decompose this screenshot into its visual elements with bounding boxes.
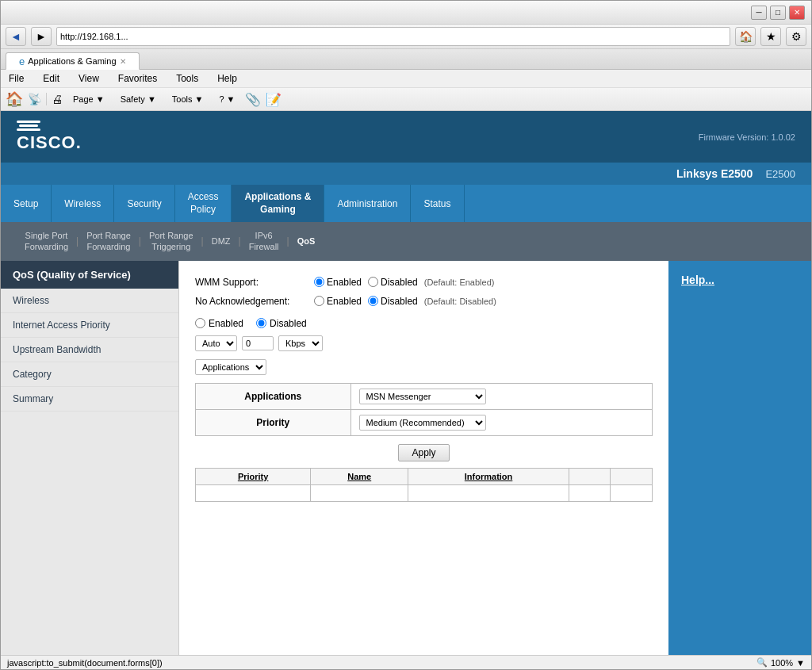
no-ack-disabled-option[interactable]: Disabled xyxy=(368,296,418,307)
apps-table-row-1: Applications MSN Messenger xyxy=(196,383,653,409)
favorites-button[interactable]: ★ xyxy=(760,27,781,46)
priority-dropdown[interactable]: Medium (Recommended) xyxy=(359,415,486,431)
apply-button[interactable]: Apply xyxy=(398,444,449,461)
bandwidth-unit-select[interactable]: Kbps xyxy=(278,335,323,351)
close-button[interactable]: ✕ xyxy=(789,6,805,20)
sidebar-item-summary[interactable]: Summary xyxy=(1,387,178,412)
addon-icon-2[interactable]: 📝 xyxy=(266,92,282,107)
bandwidth-auto-select[interactable]: Auto xyxy=(195,335,237,351)
summary-col-information: Information xyxy=(408,468,569,484)
tab-wireless[interactable]: Wireless xyxy=(52,185,114,222)
tab-qos[interactable]: e Applications & Gaming ✕ xyxy=(6,52,140,70)
wmm-default-text: (Default: Enabled) xyxy=(424,278,495,287)
sidebar-item-internet-access[interactable]: Internet Access Priority xyxy=(1,313,178,338)
addon-icon-1[interactable]: 📎 xyxy=(245,92,261,107)
sub-nav-single-port[interactable]: Single PortForwarding xyxy=(17,227,76,256)
bandwidth-value-input[interactable] xyxy=(242,336,274,350)
apps-value-cell: MSN Messenger xyxy=(350,383,652,409)
address-bar[interactable] xyxy=(56,27,730,46)
priority-enabled-label: Enabled xyxy=(209,318,243,329)
cisco-logo-text: CISCO. xyxy=(17,132,82,153)
restore-button[interactable]: □ xyxy=(770,6,786,20)
category-row: Applications xyxy=(195,359,653,375)
tab-status[interactable]: Status xyxy=(411,185,464,222)
main-layout: QoS (Quality of Service) Wireless Intern… xyxy=(1,261,811,655)
summary-cell-3 xyxy=(408,484,569,501)
forward-button[interactable]: ► xyxy=(31,27,52,46)
tab-security[interactable]: Security xyxy=(114,185,174,222)
sidebar-item-upstream[interactable]: Upstream Bandwidth xyxy=(1,338,178,362)
tab-setup[interactable]: Setup xyxy=(1,185,52,222)
menu-help[interactable]: Help xyxy=(214,71,240,86)
cisco-logo: CISCO. xyxy=(17,121,82,153)
sub-nav-port-triggering[interactable]: Port RangeTriggering xyxy=(141,227,201,256)
home-button[interactable]: 🏠 xyxy=(735,27,756,46)
tab-bar: e Applications & Gaming ✕ xyxy=(1,49,811,70)
menu-edit[interactable]: Edit xyxy=(40,71,63,86)
apps-table-row-2: Priority Medium (Recommended) xyxy=(196,409,653,435)
home-icon[interactable]: 🏠 xyxy=(6,90,23,108)
sub-nav: Single PortForwarding | Port RangeForwar… xyxy=(1,222,811,261)
sidebar-section-title: QoS (Quality of Service) xyxy=(1,261,178,289)
no-ack-enabled-radio[interactable] xyxy=(314,296,324,306)
summary-col-extra2 xyxy=(611,468,653,484)
zoom-level: 100% xyxy=(771,658,793,668)
priority-disabled-option[interactable]: Disabled xyxy=(256,318,307,329)
settings-button[interactable]: ⚙ xyxy=(786,27,806,46)
help-panel: Help... xyxy=(668,261,811,655)
sidebar-item-wireless[interactable]: Wireless xyxy=(1,289,178,313)
wmm-enabled-option[interactable]: Enabled xyxy=(314,277,362,288)
tab-access-policy[interactable]: AccessPolicy xyxy=(175,185,232,222)
summary-table: Priority Name Information xyxy=(195,468,653,502)
help-link[interactable]: Help... xyxy=(681,274,714,286)
menu-view[interactable]: View xyxy=(75,71,102,86)
sidebar-item-category[interactable]: Category xyxy=(1,362,178,387)
rss-icon[interactable]: 📡 xyxy=(28,93,41,105)
wmm-radio-group: Enabled Disabled (Default: Enabled) xyxy=(314,277,494,288)
menu-bar: File Edit View Favorites Tools Help xyxy=(1,70,811,88)
ie-toolbar: 🏠 📡 🖨 Page ▼ Safety ▼ Tools ▼ ? ▼ 📎 📝 xyxy=(1,88,811,111)
menu-tools[interactable]: Tools xyxy=(173,71,201,86)
sub-nav-qos[interactable]: QoS xyxy=(289,233,324,249)
device-bar: Linksys E2500 E2500 xyxy=(1,163,811,185)
sub-nav-ipv6[interactable]: IPv6Firewall xyxy=(241,227,287,256)
wmm-label: WMM Support: xyxy=(195,277,306,288)
tab-administration[interactable]: Administration xyxy=(324,185,411,222)
help-button[interactable]: ? ▼ xyxy=(213,92,240,106)
no-ack-enabled-option[interactable]: Enabled xyxy=(314,296,362,307)
priority-col-label: Priority xyxy=(196,409,351,435)
no-ack-disabled-label: Disabled xyxy=(381,296,418,307)
wmm-disabled-option[interactable]: Disabled xyxy=(368,277,418,288)
back-button[interactable]: ◄ xyxy=(6,27,26,46)
safety-button[interactable]: Safety ▼ xyxy=(115,92,162,106)
tab-applications-gaming[interactable]: Applications &Gaming xyxy=(232,185,324,222)
wmm-disabled-radio[interactable] xyxy=(368,277,378,287)
zoom-chevron-icon[interactable]: ▼ xyxy=(796,658,805,668)
minimize-button[interactable]: ─ xyxy=(751,6,767,20)
priority-enabled-row: Enabled Disabled xyxy=(195,318,653,329)
priority-disabled-label: Disabled xyxy=(270,318,307,329)
sub-nav-dmz[interactable]: DMZ xyxy=(204,233,239,249)
no-ack-default-text: (Default: Disabled) xyxy=(424,297,496,306)
tab-favicon: e xyxy=(19,56,25,67)
summary-col-name: Name xyxy=(311,468,408,484)
wmm-enabled-radio[interactable] xyxy=(314,277,324,287)
category-select[interactable]: Applications xyxy=(195,359,266,375)
no-ack-disabled-radio[interactable] xyxy=(368,296,378,306)
menu-favorites[interactable]: Favorites xyxy=(115,71,160,86)
summary-cell-1 xyxy=(196,484,311,501)
print-icon[interactable]: 🖨 xyxy=(52,93,63,105)
apply-row: Apply xyxy=(195,444,653,461)
priority-enabled-radio[interactable] xyxy=(195,318,205,328)
priority-disabled-radio[interactable] xyxy=(256,318,266,328)
no-ack-enabled-label: Enabled xyxy=(327,296,362,307)
priority-enabled-option[interactable]: Enabled xyxy=(195,318,243,329)
title-bar: ─ □ ✕ xyxy=(1,1,811,25)
firmware-version: Firmware Version: 1.0.02 xyxy=(699,132,795,142)
sub-nav-port-range[interactable]: Port RangeForwarding xyxy=(79,227,139,256)
tab-close-icon[interactable]: ✕ xyxy=(120,57,126,66)
apps-dropdown[interactable]: MSN Messenger xyxy=(359,389,486,404)
menu-file[interactable]: File xyxy=(6,71,27,86)
tools-button[interactable]: Tools ▼ xyxy=(167,92,209,106)
page-button[interactable]: Page ▼ xyxy=(67,92,110,106)
